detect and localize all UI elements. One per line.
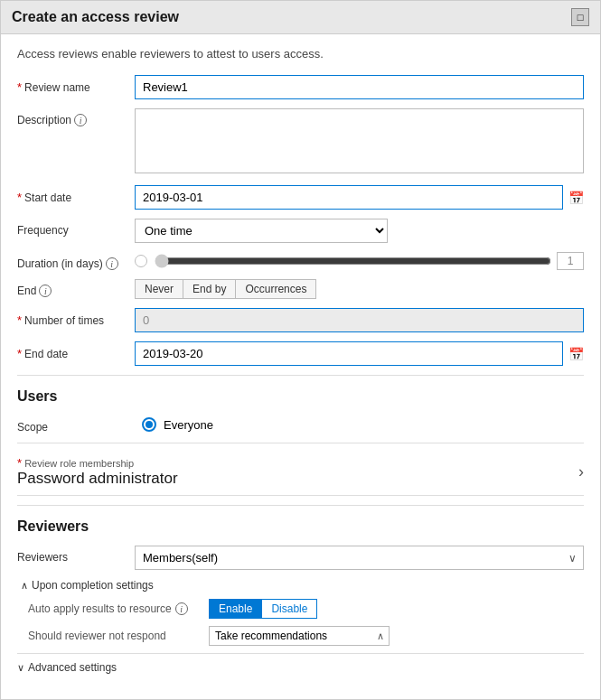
completion-toggle-label: Upon completion settings: [32, 579, 154, 592]
completion-toggle[interactable]: ∧ Upon completion settings: [21, 579, 584, 592]
reviewers-row: Reviewers Members(self) Selected users M…: [17, 546, 584, 570]
users-section-title: Users: [17, 388, 584, 408]
role-value: Password administrator: [17, 470, 178, 488]
number-of-times-control: [135, 308, 584, 332]
scope-radio[interactable]: [142, 417, 156, 432]
scope-label: Scope: [17, 415, 135, 434]
end-row: End i Never End by Occurrences: [17, 279, 584, 299]
description-control: [135, 108, 584, 176]
end-date-control: 📅: [135, 341, 584, 366]
not-respond-select-wrapper: Take recommendations No change Remove ac…: [209, 626, 390, 646]
advanced-toggle-caret: ∨: [17, 662, 24, 674]
end-date-label: * End date: [17, 341, 135, 360]
required-star-end: *: [17, 347, 22, 360]
end-label: End i: [17, 279, 135, 297]
scope-row: Scope Everyone: [17, 415, 584, 434]
advanced-toggle-label: Advanced settings: [28, 661, 117, 674]
end-control: Never End by Occurrences: [135, 279, 584, 299]
number-of-times-row: * Number of times: [17, 308, 584, 332]
role-content: * Review role membership Password admini…: [17, 456, 178, 488]
window-title: Create an access review: [12, 9, 179, 25]
number-of-times-input[interactable]: [135, 308, 584, 332]
reviewers-label: Reviewers: [17, 546, 135, 564]
form-content: Access reviews enable reviewers to attes…: [1, 34, 600, 686]
duration-control: 1: [135, 252, 584, 270]
frequency-row: Frequency One time Weekly Monthly Quarte…: [17, 219, 584, 243]
scope-value: Everyone: [164, 418, 213, 432]
start-date-row: * Start date 📅: [17, 185, 584, 210]
review-name-row: * Review name: [17, 75, 584, 99]
duration-value: 1: [557, 252, 584, 270]
end-by-button[interactable]: End by: [183, 279, 236, 299]
end-never-button[interactable]: Never: [135, 279, 183, 299]
end-info-icon[interactable]: i: [39, 285, 52, 297]
description-input[interactable]: [135, 108, 584, 173]
end-date-row: * End date 📅: [17, 341, 584, 366]
reviewers-select[interactable]: Members(self) Selected users Managers: [135, 546, 584, 570]
frequency-control: One time Weekly Monthly Quarterly Semi-a…: [135, 219, 584, 243]
divider-3: [17, 505, 584, 506]
auto-apply-disable-button[interactable]: Disable: [262, 599, 317, 619]
divider-2: [17, 443, 584, 443]
title-bar: Create an access review □: [1, 1, 600, 34]
duration-info-icon[interactable]: i: [106, 257, 118, 270]
auto-apply-label: Auto apply results to resource i: [28, 602, 209, 615]
review-name-label: * Review name: [17, 75, 135, 94]
duration-slider-container: 1: [155, 252, 584, 270]
end-date-calendar-icon[interactable]: 📅: [568, 347, 584, 361]
description-row: Description i: [17, 108, 584, 176]
number-of-times-label: * Number of times: [17, 308, 135, 327]
start-date-calendar-icon[interactable]: 📅: [568, 191, 584, 205]
auto-apply-row: Auto apply results to resource i Enable …: [21, 599, 584, 619]
frequency-label: Frequency: [17, 219, 135, 237]
duration-radio[interactable]: [135, 255, 147, 267]
description-info-icon[interactable]: i: [74, 114, 87, 126]
advanced-settings-toggle[interactable]: ∨ Advanced settings: [17, 653, 584, 674]
duration-label: Duration (in days) i: [17, 252, 135, 270]
completion-section: ∧ Upon completion settings Auto apply re…: [17, 579, 584, 646]
required-star-num: *: [17, 313, 22, 327]
end-occurrences-button[interactable]: Occurrences: [236, 279, 316, 299]
role-label: * Review role membership: [17, 456, 178, 470]
frequency-select[interactable]: One time Weekly Monthly Quarterly Semi-a…: [135, 219, 388, 243]
divider-1: [17, 375, 584, 376]
review-name-input[interactable]: [135, 75, 584, 99]
create-access-review-window: Create an access review □ Access reviews…: [0, 0, 601, 700]
not-respond-select[interactable]: Take recommendations No change Remove ac…: [209, 626, 390, 646]
scope-radio-dot: [146, 421, 153, 428]
description-label: Description i: [17, 108, 135, 126]
end-buttons: Never End by Occurrences: [135, 279, 584, 299]
not-respond-label: Should reviewer not respond: [28, 630, 209, 642]
start-date-label: * Start date: [17, 185, 135, 204]
review-name-control: [135, 75, 584, 99]
auto-apply-info-icon[interactable]: i: [175, 602, 188, 615]
not-respond-row: Should reviewer not respond Take recomme…: [21, 626, 584, 646]
auto-apply-enable-button[interactable]: Enable: [209, 599, 262, 619]
required-star: *: [17, 80, 22, 94]
start-date-input[interactable]: [135, 185, 563, 210]
role-row[interactable]: * Review role membership Password admini…: [17, 449, 584, 496]
completion-toggle-caret: ∧: [21, 580, 28, 592]
end-date-input[interactable]: [135, 341, 563, 366]
duration-slider[interactable]: [155, 254, 551, 268]
role-chevron-icon: ›: [578, 462, 584, 481]
subtitle-text: Access reviews enable reviewers to attes…: [17, 47, 584, 61]
maximize-button[interactable]: □: [571, 8, 589, 26]
reviewers-section-title: Reviewers: [17, 518, 584, 538]
auto-apply-toggle: Enable Disable: [209, 599, 317, 619]
start-date-control: 📅: [135, 185, 584, 210]
duration-row: Duration (in days) i 1: [17, 252, 584, 270]
required-star-start: *: [17, 191, 22, 204]
reviewers-select-wrapper: Members(self) Selected users Managers: [135, 546, 584, 570]
